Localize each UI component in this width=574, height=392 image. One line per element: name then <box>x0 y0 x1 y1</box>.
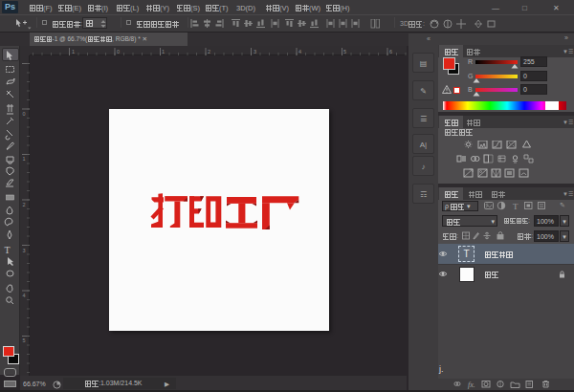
svg-text:0: 0 <box>117 49 120 54</box>
svg-text:T: T <box>513 202 519 211</box>
svg-text:3: 3 <box>254 49 256 54</box>
svg-text:3: 3 <box>23 248 26 253</box>
svg-text:0: 0 <box>23 111 26 117</box>
svg-text:1: 1 <box>23 156 26 162</box>
svg-text:5: 5 <box>23 338 26 343</box>
svg-text:T: T <box>5 245 11 255</box>
svg-text:1: 1 <box>162 49 165 54</box>
svg-text:1: 1 <box>72 49 75 54</box>
svg-text:2: 2 <box>23 202 26 207</box>
svg-text:4: 4 <box>23 293 26 298</box>
svg-text:fx.: fx. <box>468 381 475 389</box>
svg-text:2: 2 <box>208 49 210 54</box>
svg-text:6: 6 <box>389 49 392 54</box>
svg-text:5: 5 <box>343 49 346 54</box>
svg-text:4: 4 <box>298 49 301 54</box>
